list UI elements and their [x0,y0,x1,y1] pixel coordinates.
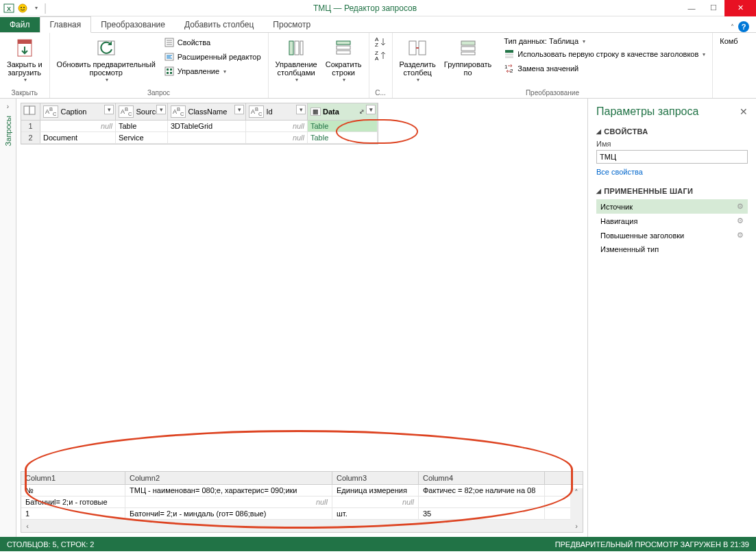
split-column-button[interactable]: Разделить столбец ▾ [397,36,439,84]
preview-cell[interactable]: 1 [21,508,125,519]
reduce-rows-button[interactable]: Сократить строки ▾ [323,36,365,84]
panel-close-icon[interactable]: ✕ [740,106,748,117]
svg-rect-33 [461,41,475,45]
section-header-properties[interactable]: ◢ СВОЙСТВА [596,127,748,136]
scroll-right-icon[interactable]: › [570,522,583,530]
replace-values-button[interactable]: 12 Замена значений [501,62,708,75]
preview-cell[interactable]: Батончиl= 2;и - миндаль (гот= 086;вые) [125,508,332,519]
minimize-button[interactable]: — [681,0,703,16]
section-title: ПРИМЕНЕННЫЕ ШАГИ [604,187,693,195]
groupby-button[interactable]: Группировать по [441,36,495,78]
all-properties-link[interactable]: Все свойства [596,168,643,176]
preview-col-header[interactable]: Column1 [21,472,125,484]
column-header-id[interactable]: ABC Id ▾ [246,103,308,120]
tab-view[interactable]: Просмотр [263,17,320,32]
query-name-input[interactable] [596,150,748,164]
preview-cell[interactable]: null [332,496,419,507]
manage-columns-button[interactable]: Управление столбцами ▾ [273,36,320,84]
grid-row[interactable]: 1 null Table 3DTableGrid null Table [21,121,378,132]
scroll-up-icon[interactable]: ˄ [574,488,578,497]
grid-cell[interactable]: Document [40,132,116,143]
sort-asc-button[interactable]: AZ [374,36,387,48]
close-button[interactable]: ✕ [724,0,756,16]
properties-button[interactable]: Свойства [161,36,264,49]
filter-icon[interactable]: ▾ [366,105,376,114]
queries-pane-collapsed[interactable]: › Запросы [0,99,16,537]
preview-cell[interactable] [419,496,545,507]
expand-pane-icon[interactable]: › [7,103,9,110]
preview-cell[interactable]: Фактичес = 82;ое наличие на 08 [419,485,545,496]
preview-row[interactable]: Батончиl= 2;и - готовые null null [21,496,583,508]
refresh-preview-button[interactable]: Обновить предварительный просмотр ▾ [54,36,158,84]
gear-icon[interactable]: ⚙ [737,202,744,211]
svg-text:1: 1 [504,64,508,70]
column-header-source[interactable]: ABC Source ▾ [116,103,168,120]
svg-rect-41 [24,106,29,114]
preview-col-header[interactable]: Column3 [332,472,419,484]
preview-col-header[interactable]: Column4 [419,472,545,484]
column-label: Id [266,108,272,116]
grid-cell[interactable]: null [246,132,308,143]
grid-cell[interactable] [168,132,246,143]
grid-cell-table-link[interactable]: Table [308,121,378,131]
expand-icon[interactable]: ⤢ [359,108,365,115]
grid-cell[interactable]: null [40,121,116,131]
column-header-caption[interactable]: ABC Caption ▾ [40,103,116,120]
scroll-left-icon[interactable]: ‹ [21,522,34,530]
preview-cell[interactable]: шт. [332,508,419,519]
applied-step[interactable]: Повышенные заголовки ⚙ [596,228,748,242]
type-text-icon: ABC [119,105,134,118]
preview-row[interactable]: № ТМЦ - наименован= 080;е, характерис= 0… [21,485,583,496]
vertical-scrollbar[interactable]: ˄ [570,488,583,520]
preview-cell[interactable]: null [125,496,332,507]
manage-button[interactable]: Управление ▾ [161,64,264,78]
column-header-data[interactable]: ▦ Data ⤢ ▾ [308,103,378,120]
type-text-icon: ABC [171,105,186,118]
grid-cell-table-link[interactable]: Table [308,132,378,143]
svg-rect-24 [337,41,350,45]
grid-cell[interactable]: Service [116,132,168,143]
horizontal-scrollbar[interactable]: ‹ › [21,520,583,532]
query-results-grid[interactable]: ABC Caption ▾ ABC Source ▾ ABC ClassName… [21,103,378,144]
applied-step[interactable]: Измененный тип [596,242,748,256]
preview-row[interactable]: 1 Батончиl= 2;и - миндаль (гот= 086;вые)… [21,508,583,520]
preview-col-header[interactable]: Column2 [125,472,332,484]
grid-cell[interactable]: Table [116,121,168,131]
close-load-button[interactable]: Закрыть и загрузить ▾ [4,36,45,84]
column-header-classname[interactable]: ABC ClassName ▾ [168,103,246,120]
sort-desc-button[interactable]: ZA [374,49,387,62]
filter-icon[interactable]: ▾ [234,105,244,114]
maximize-button[interactable]: ☐ [703,0,724,16]
collapse-ribbon-icon[interactable]: ˄ [731,23,734,31]
filter-icon[interactable]: ▾ [104,105,114,114]
advanced-editor-button[interactable]: Расширенный редактор [161,50,264,64]
grid-cell[interactable]: 3DTableGrid [168,121,246,131]
dropdown-arrow-icon: ▾ [295,77,298,83]
grid-row[interactable]: 2 Document Service null Table [21,132,378,144]
use-first-row-button[interactable]: Использовать первую строку в качестве за… [501,47,708,61]
filter-icon[interactable]: ▾ [296,105,306,114]
datatype-button[interactable]: Тип данных: Таблица ▾ [501,36,708,47]
help-icon[interactable]: ? [738,21,749,32]
name-label: Имя [596,140,748,148]
save-icon[interactable] [16,2,29,14]
gear-icon[interactable]: ⚙ [737,231,744,240]
applied-step[interactable]: Навигация ⚙ [596,214,748,228]
preview-grid[interactable]: Column1 Column2 Column3 Column4 № ТМЦ - … [21,471,583,533]
grid-cell[interactable]: null [246,121,308,131]
preview-cell[interactable]: Батончиl= 2;и - готовые [21,496,125,507]
tab-transform[interactable]: Преобразование [91,17,175,32]
filter-icon[interactable]: ▾ [156,105,166,114]
tab-home[interactable]: Главная [40,16,92,33]
gear-icon[interactable]: ⚙ [737,216,744,225]
preview-cell[interactable]: Единица измерения [332,485,419,496]
tab-file[interactable]: Файл [0,17,40,32]
tab-addcolumn[interactable]: Добавить столбец [175,17,263,32]
section-header-steps[interactable]: ◢ ПРИМЕНЕННЫЕ ШАГИ [596,187,748,195]
preview-cell[interactable]: ТМЦ - наименован= 080;е, характерис= 090… [125,485,332,496]
combine-button[interactable]: Комб [717,36,740,47]
preview-cell[interactable]: № [21,485,125,496]
qat-dropdown-icon[interactable]: ▾ [30,2,42,14]
preview-cell[interactable]: 35 [419,508,545,519]
applied-step[interactable]: Источник ⚙ [596,199,748,214]
